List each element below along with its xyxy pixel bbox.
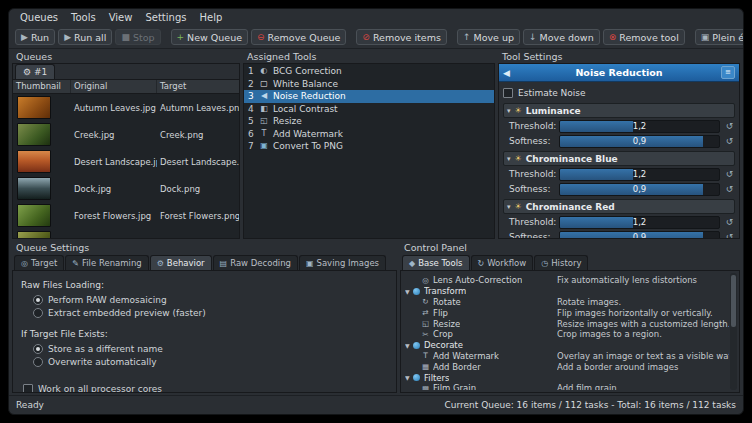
thumbnail-cell xyxy=(13,96,71,119)
tab-base-tools[interactable]: ◆ Base Tools xyxy=(402,255,470,270)
luminance-threshold-slider[interactable]: 1,2 xyxy=(559,120,720,133)
column-header-original[interactable]: Original xyxy=(71,80,157,93)
radio-button[interactable] xyxy=(33,344,43,354)
original-filename: Forest.jpg xyxy=(71,238,157,239)
menu-tools[interactable]: Tools xyxy=(65,11,102,24)
fullscreen-label: Plein écran xyxy=(712,32,744,43)
fullscreen-button[interactable]: ▣ Plein écran xyxy=(695,29,744,45)
run-all-button[interactable]: ▶ Run all xyxy=(58,29,112,45)
scrollbar[interactable] xyxy=(730,273,737,390)
tree-item-crop[interactable]: ✂Crop Crop images to a region. xyxy=(405,329,729,340)
column-header-target[interactable]: Target xyxy=(157,80,239,93)
scrollbar-thumb[interactable] xyxy=(731,275,736,327)
table-row[interactable]: Dock.jpg Dock.png xyxy=(13,175,239,202)
tree-group-transform[interactable]: ▼ Transform xyxy=(405,286,729,297)
table-row[interactable]: Forest Flowers.jpg Forest Flowers.png xyxy=(13,202,239,229)
assigned-tool-resize[interactable]: 5 ◱ Resize xyxy=(244,115,494,128)
menu-settings[interactable]: Settings xyxy=(139,11,192,24)
option-work-all-cores[interactable]: Work on all processor cores xyxy=(21,382,388,393)
tab-raw-decoding[interactable]: ▤ Raw Decoding xyxy=(213,255,298,270)
option-label: Overwrite automatically xyxy=(48,357,157,367)
tab-history[interactable]: ◷ History xyxy=(534,255,588,270)
presets-button[interactable]: ≡ xyxy=(721,66,735,79)
tree-item-add-watermark[interactable]: TAdd Watermark Overlay an image or text … xyxy=(405,351,729,362)
tree-item-add-border[interactable]: ▦Add Border Add a border around images xyxy=(405,361,729,372)
tree-item-flip[interactable]: ⇄Flip Flip images horizontally or vertic… xyxy=(405,307,729,318)
tree-item-description: Add film grain xyxy=(557,383,729,390)
luminance-section-header[interactable]: ▾ ☀ Luminance xyxy=(503,103,735,118)
threshold-value: 1,2 xyxy=(633,217,647,227)
assigned-tool-local-contrast[interactable]: 4 ◧ Local Contrast xyxy=(244,103,494,116)
crop-icon: ✂ xyxy=(421,330,430,339)
tab-workflow[interactable]: ↻ Workflow xyxy=(471,255,534,270)
table-row[interactable]: Autumn Leaves.jpg Autumn Leaves.png xyxy=(13,94,239,121)
run-button[interactable]: ▶ Run xyxy=(15,29,55,45)
creek-thumbnail xyxy=(17,123,51,146)
assigned-tool-noise-reduction[interactable]: 3 ◀ Noise Reduction xyxy=(244,90,494,103)
estimate-noise-checkbox[interactable] xyxy=(503,88,513,98)
option-extract-embedded-preview[interactable]: Extract embedded preview (faster) xyxy=(21,306,388,319)
tree-group-decorate[interactable]: ▼ Decorate xyxy=(405,340,729,351)
reset-icon[interactable]: ↺ xyxy=(724,232,735,238)
tab-behavior[interactable]: ⚙ Behavior xyxy=(150,255,212,270)
column-header-thumbnail[interactable]: Thumbnail xyxy=(13,80,71,93)
table-row[interactable]: Forest.jpg Forest.png xyxy=(13,229,239,238)
stop-button[interactable]: ■ Stop xyxy=(115,29,160,45)
softness-label: Softness: xyxy=(509,184,555,194)
reset-icon[interactable]: ↺ xyxy=(724,136,735,146)
luminance-softness-slider[interactable]: 0,9 xyxy=(559,135,720,148)
new-queue-button[interactable]: + New Queue xyxy=(171,29,249,45)
chrominance-blue-section-header[interactable]: ▾ ☀ Chrominance Blue xyxy=(503,151,735,166)
forest-thumbnail xyxy=(17,231,51,238)
reset-icon[interactable]: ↺ xyxy=(724,217,735,227)
move-down-button[interactable]: ↓ Move down xyxy=(523,29,600,45)
desktop-background: Queues Tools View Settings Help ▶ Run ▶ … xyxy=(0,0,752,423)
reset-icon[interactable]: ↺ xyxy=(724,121,735,131)
option-store-different-name[interactable]: Store as a different name xyxy=(21,342,388,355)
estimate-noise-row[interactable]: Estimate Noise xyxy=(503,85,735,100)
tab-file-renaming[interactable]: ✎ File Renaming xyxy=(65,255,148,270)
table-row[interactable]: Creek.jpg Creek.png xyxy=(13,121,239,148)
tab-saving-images[interactable]: ▣ Saving Images xyxy=(299,255,386,270)
assigned-tool-add-watermark[interactable]: 6 T Add Watermark xyxy=(244,128,494,141)
remove-tool-button[interactable]: ⊗ Remove tool xyxy=(603,29,685,45)
tree-item-lens-auto-correction[interactable]: ◎Lens Auto-Correction Fix automatically … xyxy=(405,275,729,286)
assigned-tool-white-balance[interactable]: 2 ▢ White Balance xyxy=(244,78,494,91)
reset-icon[interactable]: ↺ xyxy=(724,169,735,179)
queue-tab-1[interactable]: ⚙ #1 xyxy=(15,64,55,79)
original-filename: Dock.jpg xyxy=(71,184,157,194)
tree-item-label: Rotate xyxy=(433,297,461,307)
work-all-cores-checkbox[interactable] xyxy=(23,384,33,394)
tab-target[interactable]: ◎ Target xyxy=(14,255,64,270)
tree-item-rotate[interactable]: ↻Rotate Rotate images. xyxy=(405,297,729,308)
menu-queues[interactable]: Queues xyxy=(14,11,64,24)
assigned-tool-convert-to-png[interactable]: 7 ▣ Convert To PNG xyxy=(244,140,494,153)
chrominance-red-threshold-slider[interactable]: 1,2 xyxy=(559,216,720,229)
chrominance-blue-softness-slider[interactable]: 0,9 xyxy=(559,183,720,196)
remove-queue-button[interactable]: ⊖ Remove Queue xyxy=(251,29,346,45)
tree-item-resize[interactable]: ◱Resize Resize images with a customized … xyxy=(405,318,729,329)
option-perform-raw-demosaicing[interactable]: Perform RAW demosaicing xyxy=(21,293,388,306)
remove-items-icon: ⊘ xyxy=(362,33,370,42)
chrominance-blue-threshold-slider[interactable]: 1,2 xyxy=(559,168,720,181)
table-row[interactable]: Desert Landscape.jpg Desert Landscape.pn… xyxy=(13,148,239,175)
assigned-tool-bcg-correction[interactable]: 1 ◐ BCG Correction xyxy=(244,65,494,78)
radio-button[interactable] xyxy=(33,308,43,318)
radio-button[interactable] xyxy=(33,295,43,305)
tree-item-film-grain[interactable]: ▩Film Grain Add film grain xyxy=(405,383,729,390)
filters-group-icon xyxy=(413,374,420,381)
remove-items-button[interactable]: ⊘ Remove items xyxy=(356,29,447,45)
chrominance-red-softness-slider[interactable]: 0,9 xyxy=(559,231,720,239)
history-icon: ◷ xyxy=(541,259,548,268)
radio-button[interactable] xyxy=(33,357,43,367)
tool-number: 3 xyxy=(248,91,255,101)
option-overwrite-automatically[interactable]: Overwrite automatically xyxy=(21,355,388,368)
chrominance-red-section-header[interactable]: ▾ ☀ Chrominance Red xyxy=(503,199,735,214)
move-up-button[interactable]: ↑ Move up xyxy=(457,29,520,45)
menu-view[interactable]: View xyxy=(103,11,139,24)
slider-fill xyxy=(560,121,633,132)
reset-icon[interactable]: ↺ xyxy=(724,184,735,194)
tree-group-filters[interactable]: ▼ Filters xyxy=(405,372,729,383)
menu-help[interactable]: Help xyxy=(193,11,228,24)
toolbar: ▶ Run ▶ Run all ■ Stop + New Queue ⊖ Rem… xyxy=(9,26,743,49)
